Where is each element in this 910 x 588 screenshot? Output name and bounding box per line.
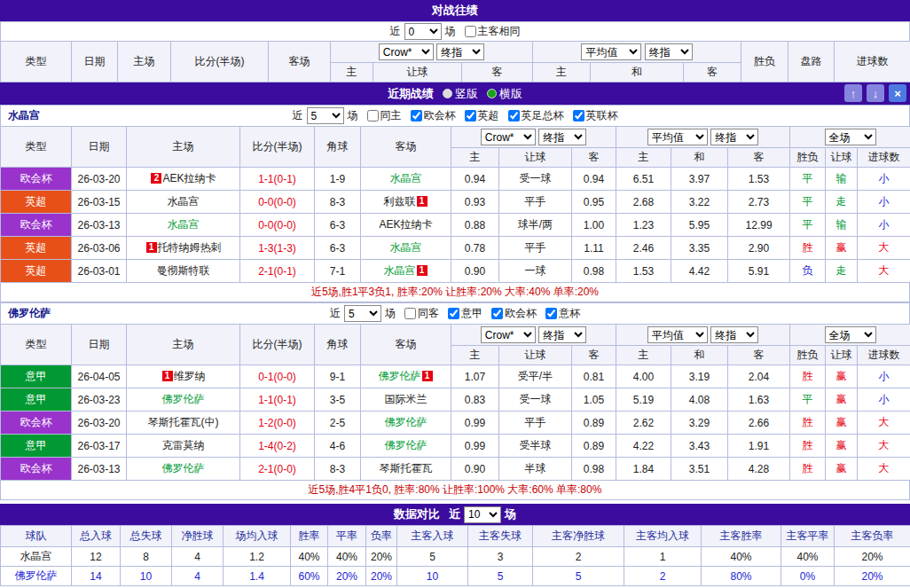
score-cell[interactable]: 1-3(1-3) (240, 237, 315, 260)
euro-home-odds: 1.23 (616, 214, 671, 237)
col-score: 比分(半场) (240, 127, 315, 168)
filter-facup[interactable]: 英足总杯 (508, 108, 564, 123)
filter-same-away[interactable]: 同客 (404, 306, 439, 321)
home-team-link[interactable]: 水晶宫 (168, 195, 200, 208)
final-odds-select[interactable]: 终指 (710, 326, 758, 343)
layout-vertical-radio[interactable]: 竖版 (434, 86, 478, 102)
seriea-checkbox[interactable] (448, 308, 459, 319)
home-team-link[interactable]: AEK拉纳卡 (162, 172, 216, 184)
filter-uecl[interactable]: 欧会杯 (411, 108, 456, 123)
filter-epl[interactable]: 英超 (465, 108, 499, 123)
away-team-link[interactable]: 佛罗伦萨 (379, 370, 421, 382)
away-team-link[interactable]: 佛罗伦萨 (385, 439, 428, 451)
asian-handicap: 受一球 (499, 168, 572, 191)
compare-cell: 20% (366, 567, 397, 586)
corner-cell: 7-1 (315, 260, 361, 283)
home-team-link[interactable]: 佛罗伦萨 (162, 393, 205, 405)
final-odds-select[interactable]: 终指 (645, 43, 693, 60)
home-team-link[interactable]: 托特纳姆热刺 (158, 241, 222, 254)
home-team-link[interactable]: 佛罗伦萨 (162, 462, 205, 474)
average-select[interactable]: 平均值 (647, 326, 708, 343)
facup-checkbox[interactable] (508, 110, 520, 122)
team1-name-link[interactable]: 水晶宫 (8, 108, 40, 123)
final-odds-select[interactable]: 终指 (710, 129, 758, 145)
score-cell[interactable]: 1-2(0-0) (240, 412, 315, 435)
score-cell[interactable]: 2-1(0-0) (240, 458, 315, 481)
away-team-link[interactable]: 水晶宫 (390, 172, 422, 184)
corner-cell: 3-5 (315, 388, 361, 412)
layout-horizontal-radio[interactable]: 横版 (478, 86, 522, 102)
team2-count-select[interactable]: 5 (344, 305, 381, 322)
score-cell[interactable]: 1-4(0-2) (240, 435, 315, 458)
goals-result-cell: 大 (858, 260, 910, 283)
average-select[interactable]: 平均值 (647, 129, 708, 145)
asian-odds-group: Crow* 终指 (331, 42, 533, 63)
same-home-checkbox[interactable] (367, 110, 379, 122)
compare-col-ha-win-rate: 主客胜率 (702, 526, 781, 547)
coppa-checkbox[interactable] (545, 308, 557, 319)
h2h-title-bar: 对战往绩 (0, 0, 910, 21)
bookmaker-select[interactable]: Crow* (379, 43, 434, 60)
filter-uecl[interactable]: 欧会杯 (491, 306, 537, 321)
away-team-link[interactable]: AEK拉纳卡 (379, 218, 432, 231)
score-cell[interactable]: 1-1(0-1) (240, 168, 315, 191)
final-odds-select[interactable]: 终指 (538, 129, 586, 145)
uecl-checkbox[interactable] (491, 308, 503, 319)
bookmaker-select[interactable]: Crow* (481, 326, 536, 343)
filter-seriea[interactable]: 意甲 (448, 306, 482, 321)
euro-draw-odds: 4.42 (671, 260, 728, 283)
close-button[interactable]: × (889, 84, 906, 102)
score-cell[interactable]: 1-1(0-1) (240, 388, 315, 412)
score-cell[interactable]: 0-0(0-0) (240, 214, 315, 237)
away-team-link[interactable]: 水晶宫 (384, 264, 416, 277)
filter-same-home[interactable]: 同主 (367, 108, 402, 123)
result-cell: 负 (790, 260, 826, 283)
team1-count-select[interactable]: 5 (307, 107, 344, 124)
away-team-link[interactable]: 国际米兰 (385, 393, 428, 405)
scope-select[interactable]: 全场 (825, 326, 876, 343)
league-cell: 欧会杯 (1, 214, 72, 237)
away-team-link[interactable]: 水晶宫 (390, 241, 422, 254)
move-down-button[interactable]: ↓ (867, 84, 884, 102)
asian-handicap: 半球 (499, 458, 572, 481)
h2h-count-select[interactable]: 0 (404, 23, 442, 40)
epl-checkbox[interactable] (465, 110, 476, 122)
filter-coppa[interactable]: 意杯 (545, 306, 580, 321)
away-team-cell: AEK拉纳卡 (361, 214, 451, 237)
away-team-link[interactable]: 佛罗伦萨 (385, 416, 428, 428)
final-odds-select[interactable]: 终指 (538, 326, 586, 343)
home-team-link[interactable]: 琴斯托霍瓦(中) (148, 416, 219, 428)
compare-team-name[interactable]: 佛罗伦萨 (1, 567, 72, 586)
home-team-link[interactable]: 克雷莫纳 (162, 439, 205, 451)
same-venue-checkbox[interactable] (465, 26, 476, 37)
scope-select[interactable]: 全场 (825, 129, 876, 145)
filter-eflcup[interactable]: 英联杯 (573, 108, 618, 123)
move-up-button[interactable]: ↑ (844, 84, 862, 102)
league-cell: 英超 (1, 260, 72, 283)
same-away-checkbox[interactable] (404, 308, 416, 319)
uecl-checkbox[interactable] (411, 110, 422, 122)
home-team-link[interactable]: 水晶宫 (168, 218, 200, 231)
away-team-cell: 水晶宫 (361, 237, 451, 260)
bookmaker-select[interactable]: Crow* (481, 129, 536, 145)
compare-team-name[interactable]: 水晶宫 (1, 547, 72, 567)
score-cell[interactable]: 0-0(0-0) (240, 191, 315, 214)
handicap-result-cell: 走 (826, 260, 858, 283)
games-label: 场 (385, 306, 396, 321)
score-cell[interactable]: 2-1(0-1) (240, 260, 315, 283)
col-home: 主场 (127, 325, 240, 365)
h2h-filter-row: 近 0 场 主客相同 (0, 21, 910, 41)
average-select[interactable]: 平均值 (581, 43, 641, 60)
compare-count-select[interactable]: 10 (464, 506, 501, 523)
eflcup-checkbox[interactable] (573, 110, 584, 122)
score-cell[interactable]: 0-1(0-0) (240, 365, 315, 388)
away-team-link[interactable]: 利兹联 (384, 195, 416, 208)
home-team-link[interactable]: 曼彻斯特联 (157, 264, 210, 277)
final-odds-select[interactable]: 终指 (436, 43, 484, 60)
asian-handicap: 受平/半 (499, 365, 572, 388)
home-team-link[interactable]: 维罗纳 (174, 370, 206, 382)
team2-name-link[interactable]: 佛罗伦萨 (8, 306, 51, 321)
same-venue-option[interactable]: 主客相同 (465, 24, 521, 39)
result-cell: 胜 (790, 435, 826, 458)
away-team-link[interactable]: 琴斯托霍瓦 (380, 462, 433, 474)
